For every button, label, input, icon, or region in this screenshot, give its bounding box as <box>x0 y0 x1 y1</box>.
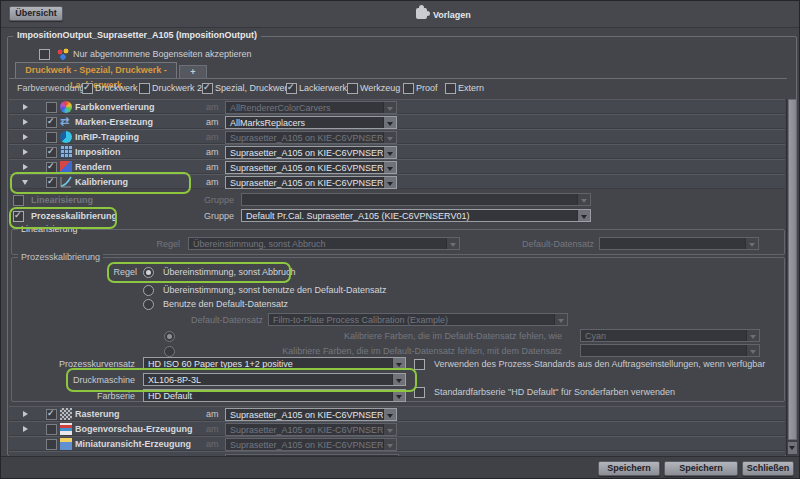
row-enable-checkbox[interactable] <box>46 147 57 158</box>
dropdown-value: Suprasetter_A105 on KIE-C6VPNSERV01 <box>226 132 383 143</box>
dropdown-value: Suprasetter_A105 on KIE-C6VPNSERV01 <box>226 147 383 158</box>
am-label: am <box>206 102 219 112</box>
row-label: Farbkonvertierung <box>75 102 155 112</box>
add-tab-button[interactable]: + <box>179 65 207 79</box>
row-target-dropdown[interactable]: AllRendererColorCarvers <box>225 101 397 114</box>
default-datensatz-dropdown[interactable] <box>599 237 759 250</box>
dropdown-arrow-icon[interactable] <box>446 238 459 249</box>
dropdown-arrow-icon[interactable] <box>383 102 396 113</box>
dropdown-arrow-icon[interactable] <box>383 132 396 143</box>
linearisierung-group-title: Linearisierung <box>18 224 81 234</box>
process-row-inrip-trapping: InRIP-Trapping am Suprasetter_A105 on KI… <box>9 129 785 144</box>
scrollbar-down-button[interactable] <box>788 442 797 454</box>
dropdown-arrow-icon[interactable] <box>392 390 405 401</box>
expand-arrow-icon[interactable] <box>23 164 28 170</box>
collapse-arrow-icon[interactable] <box>22 180 28 185</box>
expand-arrow-icon[interactable] <box>23 104 28 110</box>
expand-arrow-icon[interactable] <box>23 149 28 155</box>
regel-radio-default-fallback[interactable] <box>143 285 154 296</box>
row-target-dropdown[interactable]: Suprasetter_A105 on KIE-C6VPNSERV01 <box>225 438 397 451</box>
dropdown-arrow-icon[interactable] <box>383 147 396 158</box>
process-row-farbkonvertierung: Farbkonvertierung am AllRendererColorCar… <box>9 99 785 114</box>
row-target-dropdown[interactable]: Suprasetter_A105 on KIE-C6VPNSERV01 <box>225 161 397 174</box>
regel-radio-abbruch[interactable] <box>143 267 154 278</box>
expand-arrow-icon[interactable] <box>23 134 28 140</box>
dropdown-arrow-icon[interactable] <box>383 424 396 435</box>
missing-color-dataset-radio[interactable] <box>164 346 175 357</box>
color-usage-checkbox-werkzeug[interactable] <box>347 83 358 94</box>
dropdown-arrow-icon[interactable] <box>383 439 396 450</box>
dropdown-arrow-icon[interactable] <box>383 162 396 173</box>
row-target-dropdown[interactable]: Suprasetter_A105 on KIE-C6VPNSERV01 <box>225 146 397 159</box>
trapping-icon <box>60 131 72 143</box>
row-enable-checkbox[interactable] <box>46 439 57 450</box>
row-target-dropdown[interactable]: Suprasetter_A105 on KIE-C6VPNSERV01 <box>225 131 397 144</box>
prozesskalibrierung-gruppe-dropdown[interactable]: Default Pr.Cal. Suprasetter_A105 (KIE-C6… <box>241 209 591 222</box>
color-usage-checkbox-proof[interactable] <box>403 83 414 94</box>
linearisierung-gruppe-dropdown[interactable] <box>241 193 591 206</box>
prozesskalibrierung-checkbox[interactable] <box>13 211 24 222</box>
use-default-colorseries-checkbox[interactable] <box>414 387 425 398</box>
color-usage-checkbox-extern[interactable] <box>445 83 456 94</box>
dropdown-arrow-icon[interactable] <box>383 409 396 420</box>
color-usage-label-werkzeug: Werkzeug <box>360 83 400 93</box>
expand-arrow-icon[interactable] <box>23 119 28 125</box>
scrollbar-thumb[interactable] <box>788 99 797 440</box>
row-enable-checkbox[interactable] <box>46 177 57 188</box>
row-target-dropdown[interactable]: AllMarksReplacers <box>225 116 397 129</box>
dropdown-arrow-icon[interactable] <box>392 358 405 369</box>
color-usage-checkbox-spezial-druckwerk[interactable] <box>202 83 213 94</box>
dropdown-value: Suprasetter_A105 on KIE-C6VPNSERV01 <box>226 409 383 420</box>
farbserie-dropdown[interactable]: HD Default <box>143 389 406 402</box>
regel-dropdown[interactable]: Übereinstimmung, sonst Abbruch <box>188 237 460 250</box>
color-usage-label-druckwerk: Druckwerk <box>95 83 138 93</box>
prozesskurvensatz-dropdown[interactable]: HD ISO 60 Paper types 1+2 positive <box>143 357 406 370</box>
row-enable-checkbox[interactable] <box>46 162 57 173</box>
accept-sheets-checkbox[interactable] <box>39 49 50 60</box>
row-enable-checkbox[interactable] <box>46 409 57 420</box>
color-usage-checkbox-druckwerk[interactable] <box>82 83 93 94</box>
expand-arrow-icon[interactable] <box>23 426 28 432</box>
dropdown-value <box>242 194 577 205</box>
tab-separator <box>9 78 787 79</box>
missing-color-as-dropdown[interactable]: Cyan <box>580 329 760 342</box>
process-row-bogenvorschau: Bogenvorschau-Erzeugung am Suprasetter_A… <box>9 421 785 436</box>
vertical-scrollbar[interactable] <box>786 99 797 456</box>
row-enable-checkbox[interactable] <box>46 102 57 113</box>
color-usage-checkbox-druckwerk2[interactable] <box>139 83 150 94</box>
dropdown-arrow-icon[interactable] <box>746 330 759 341</box>
dropdown-arrow-icon[interactable] <box>554 314 567 325</box>
tab-druckwerk-spezial-lackierwerk[interactable]: Druckwerk - Spezial, Druckwerk - Lackier… <box>15 62 177 79</box>
close-button[interactable]: Schließen <box>742 461 794 476</box>
missing-color-as-radio[interactable] <box>164 331 175 342</box>
save-as-button[interactable]: Speichern unter... <box>664 461 738 476</box>
row-label: Miniaturansicht-Erzeugung <box>75 439 191 449</box>
druckmaschine-dropdown[interactable]: XL106-8P-3L <box>143 373 406 386</box>
row-enable-checkbox[interactable] <box>46 132 57 143</box>
row-target-dropdown[interactable]: Suprasetter_A105 on KIE-C6VPNSERV01 <box>225 423 397 436</box>
groupbox-title: ImpositionOutput_Suprasetter_A105 (Impos… <box>13 30 261 40</box>
dropdown-arrow-icon[interactable] <box>383 177 396 188</box>
dropdown-arrow-icon[interactable] <box>746 345 759 356</box>
row-target-dropdown[interactable]: Suprasetter_A105 on KIE-C6VPNSERV01 <box>225 176 397 189</box>
row-enable-checkbox[interactable] <box>46 424 57 435</box>
save-button[interactable]: Speichern <box>598 461 660 476</box>
footer-bar: Speichern Speichern unter... Schließen <box>1 456 800 479</box>
overview-button[interactable]: Übersicht <box>9 6 63 21</box>
marks-replace-icon <box>60 116 72 128</box>
use-process-standard-checkbox[interactable] <box>414 359 425 370</box>
dropdown-arrow-icon[interactable] <box>745 238 758 249</box>
dropdown-arrow-icon[interactable] <box>577 210 590 221</box>
regel-radio-use-default[interactable] <box>143 299 154 310</box>
dropdown-arrow-icon[interactable] <box>392 374 405 385</box>
expand-arrow-icon[interactable] <box>23 411 28 417</box>
dropdown-arrow-icon[interactable] <box>383 117 396 128</box>
row-enable-checkbox[interactable] <box>46 117 57 128</box>
dropdown-arrow-icon[interactable] <box>577 194 590 205</box>
linearisierung-checkbox[interactable] <box>13 195 24 206</box>
missing-color-dataset-dropdown[interactable] <box>580 344 760 357</box>
default-datensatz-dropdown[interactable]: Film-to-Plate Process Calibration (Examp… <box>268 313 568 326</box>
row-target-dropdown[interactable]: Suprasetter_A105 on KIE-C6VPNSERV01 <box>225 408 397 421</box>
color-usage-checkbox-lackierwerk[interactable] <box>286 83 297 94</box>
color-usage-label-lackierwerk: Lackierwerk <box>299 83 347 93</box>
